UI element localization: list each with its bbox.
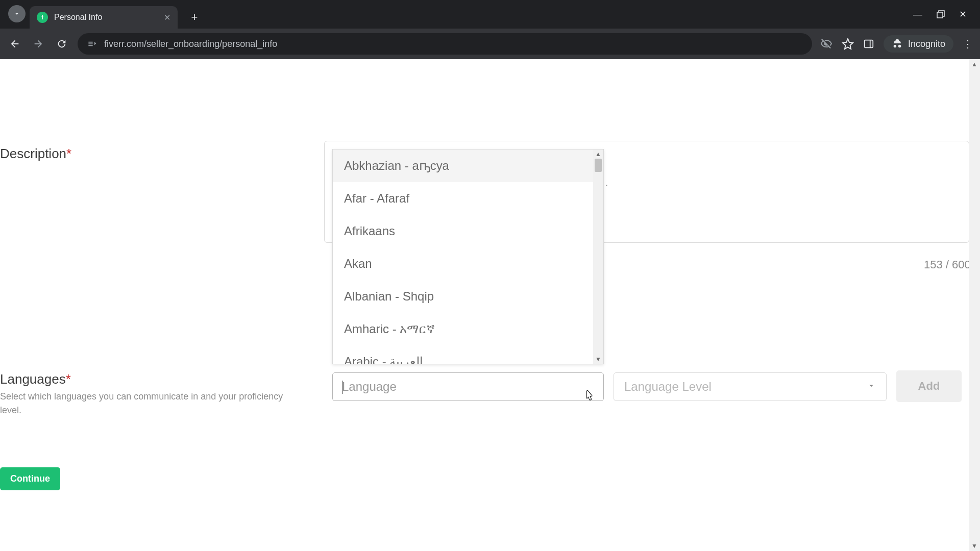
chevron-down-icon xyxy=(13,10,20,17)
language-option[interactable]: Arabic - العربية xyxy=(333,345,593,364)
scroll-up-arrow-icon[interactable]: ▲ xyxy=(969,59,980,69)
page-scrollbar[interactable]: ▲ ▼ xyxy=(969,59,980,551)
incognito-label: Incognito xyxy=(908,39,945,49)
forward-button[interactable] xyxy=(31,36,46,52)
language-option[interactable]: Akan xyxy=(333,247,593,280)
browser-tab[interactable]: f Personal Info ✕ xyxy=(30,6,178,29)
page-content: Description* . 153 / 600 Languages* Sele… xyxy=(0,59,980,551)
site-settings-icon[interactable] xyxy=(87,39,97,49)
language-option[interactable]: Amharic - አማርኛ xyxy=(333,313,593,345)
incognito-icon xyxy=(892,38,903,49)
reload-button[interactable] xyxy=(54,36,69,52)
svg-rect-0 xyxy=(937,12,943,18)
language-option[interactable]: Albanian - Shqip xyxy=(333,280,593,313)
url-text: fiverr.com/seller_onboarding/personal_in… xyxy=(104,39,277,49)
language-dropdown: Abkhazian - аҧсуа Afar - Afaraf Afrikaan… xyxy=(332,149,604,364)
language-option[interactable]: Abkhazian - аҧсуа xyxy=(333,149,593,182)
browser-menu-button[interactable]: ⋮ xyxy=(963,38,973,50)
language-level-select[interactable]: Language Level xyxy=(614,372,887,401)
bookmark-star-icon[interactable] xyxy=(842,38,854,50)
dropdown-scrollbar[interactable]: ▲ ▼ xyxy=(593,149,603,364)
eye-off-icon[interactable] xyxy=(820,38,832,50)
panel-icon[interactable] xyxy=(863,38,874,49)
language-option[interactable]: Afar - Afaraf xyxy=(333,182,593,215)
tab-title: Personal Info xyxy=(54,13,164,22)
description-label: Description* xyxy=(0,146,71,162)
window-minimize-button[interactable]: — xyxy=(913,9,922,20)
scrollbar-thumb[interactable] xyxy=(595,159,602,172)
scroll-down-arrow-icon[interactable]: ▼ xyxy=(969,541,980,551)
window-close-button[interactable]: ✕ xyxy=(959,9,967,20)
site-favicon: f xyxy=(37,12,48,23)
browser-tab-strip: f Personal Info ✕ + — ✕ xyxy=(0,0,980,29)
address-bar[interactable]: fiverr.com/seller_onboarding/personal_in… xyxy=(78,33,812,55)
language-option[interactable]: Afrikaans xyxy=(333,215,593,247)
required-marker: * xyxy=(66,146,71,161)
description-text-fragment: . xyxy=(605,175,608,189)
browser-toolbar: fiverr.com/seller_onboarding/personal_in… xyxy=(0,29,980,59)
back-button[interactable] xyxy=(7,36,22,52)
profile-menu-button[interactable] xyxy=(8,5,26,22)
language-select[interactable]: Language xyxy=(332,372,604,401)
level-placeholder: Language Level xyxy=(624,380,712,394)
svg-rect-1 xyxy=(865,40,873,48)
add-language-button[interactable]: Add xyxy=(896,370,962,402)
scroll-up-arrow-icon[interactable]: ▲ xyxy=(593,149,603,159)
languages-label: Languages* xyxy=(0,371,71,387)
close-tab-button[interactable]: ✕ xyxy=(164,13,170,22)
scroll-down-arrow-icon[interactable]: ▼ xyxy=(593,355,603,364)
languages-help-text: Select which languages you can communica… xyxy=(0,390,286,417)
new-tab-button[interactable]: + xyxy=(187,11,202,24)
character-counter: 153 / 600 xyxy=(924,258,971,271)
window-maximize-button[interactable] xyxy=(937,10,945,18)
language-placeholder: Language xyxy=(342,380,397,394)
continue-button[interactable]: Continue xyxy=(0,467,60,490)
required-marker: * xyxy=(66,371,71,387)
chevron-down-icon xyxy=(867,381,876,392)
incognito-indicator[interactable]: Incognito xyxy=(884,35,953,53)
